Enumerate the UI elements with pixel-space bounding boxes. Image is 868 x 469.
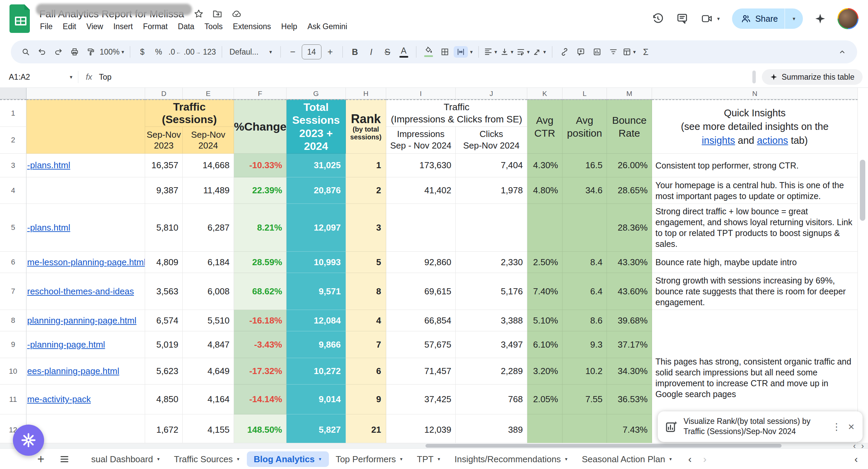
menu-view[interactable]: View (86, 22, 103, 31)
meet-presentation-button[interactable]: ▼ (700, 13, 721, 25)
cell[interactable]: 5,176 (456, 273, 527, 310)
cell[interactable]: 9.3 (563, 331, 607, 358)
cell[interactable]: 5,623 (145, 358, 183, 385)
cell[interactable]: 4,850 (145, 385, 183, 414)
cell[interactable]: 6,287 (183, 204, 234, 252)
horizontal-scrollbar[interactable]: ‹ › (0, 443, 868, 448)
formula-input[interactable]: Top (99, 73, 112, 82)
cell[interactable]: 66,854 (386, 310, 456, 331)
row-header-1[interactable]: 1 (0, 99, 26, 127)
cell[interactable]: 148.50% (234, 414, 287, 443)
cell[interactable]: 1 (346, 154, 386, 177)
page-link[interactable]: me-lesson-planning-page.html (27, 257, 145, 267)
cell[interactable]: 9 (346, 385, 386, 414)
cell[interactable]: 10,993 (287, 252, 346, 273)
tab-caret-icon[interactable]: ▼ (399, 457, 403, 462)
cell[interactable]: 389 (456, 414, 527, 443)
page-link[interactable]: ees-planning-page.html (27, 366, 119, 376)
cell[interactable]: 6,574 (145, 310, 183, 331)
cell-clicks-header[interactable]: Clicks Sep-Nov 2024 (456, 127, 527, 154)
tab-traffic-sources[interactable]: Traffic Sources▼ (167, 451, 247, 467)
name-box[interactable]: A1:A2 ▼ (0, 73, 78, 82)
col-header-c[interactable] (26, 88, 145, 99)
tabs-scroll-left-icon[interactable]: ‹ (688, 453, 692, 465)
toast-menu-icon[interactable]: ⋮ (827, 421, 846, 432)
tab-insights-recommendations[interactable]: Insights/Recommendations▼ (448, 451, 575, 467)
horizontal-scrollbar-thumb[interactable] (426, 444, 782, 448)
cell[interactable]: 7 (346, 331, 386, 358)
cell[interactable]: 2.50% (527, 252, 563, 273)
filter-button[interactable] (606, 44, 621, 60)
cell[interactable]: 39.68% (607, 310, 652, 331)
functions-button[interactable]: Σ (638, 44, 653, 60)
move-folder-icon[interactable] (212, 9, 223, 19)
strikethrough-button[interactable]: S (380, 44, 395, 60)
vertical-scrollbar-thumb[interactable] (860, 160, 865, 221)
cell[interactable]: 43.30% (607, 252, 652, 273)
cell[interactable]: 8.21% (234, 204, 287, 252)
cell[interactable]: 28.59% (234, 252, 287, 273)
tab-caret-icon[interactable]: ▼ (437, 457, 441, 462)
select-all-corner[interactable] (0, 88, 26, 99)
cell[interactable] (456, 204, 527, 252)
row-header-4[interactable]: 4 (0, 177, 26, 204)
cell[interactable]: 1,978 (456, 177, 527, 204)
cell[interactable]: 3,497 (456, 331, 527, 358)
collapse-toolbar-button[interactable] (835, 44, 850, 60)
cell[interactable]: 3,388 (456, 310, 527, 331)
tab-visual-dashboard[interactable]: sual Dashboard▼ (84, 451, 167, 467)
insight-cell[interactable]: Strong growth with sessions increasing b… (652, 273, 858, 310)
column-header-row[interactable]: D E F G H I J K L M N (0, 88, 858, 99)
increase-decimal-button[interactable]: .00→ (184, 44, 201, 60)
decrease-decimal-button[interactable]: .0← (167, 44, 182, 60)
menu-ask-gemini[interactable]: Ask Gemini (308, 22, 348, 31)
data-row-5[interactable]: 5 -plans.html 5,810 6,287 8.21% 12,097 3… (0, 204, 858, 252)
cell-traffic-se-header[interactable]: Traffic (Impressions & Clicks from SE) (386, 99, 527, 127)
cell-avg-position-header[interactable]: Avg position (563, 99, 607, 154)
cell[interactable]: 37.17% (607, 331, 652, 358)
cell[interactable]: 28.36% (607, 204, 652, 252)
cell[interactable]: 4,164 (183, 385, 234, 414)
vertical-align-button[interactable]: ▼ (500, 44, 515, 60)
insert-comment-button[interactable] (573, 44, 588, 60)
menu-extensions[interactable]: Extensions (233, 22, 271, 31)
tab-top-performers[interactable]: Top Performers▼ (329, 451, 410, 467)
cell-sep-nov-2023[interactable]: Sep-Nov 2023 (145, 127, 183, 154)
cell[interactable] (563, 204, 607, 252)
cell-c1-yellow-block[interactable] (26, 99, 145, 154)
data-row-7[interactable]: 7 reschool-themes-and-ideas 3,563 6,008 … (0, 273, 858, 310)
cell[interactable]: 6.4 (563, 273, 607, 310)
search-menus-button[interactable] (18, 44, 33, 60)
table-button[interactable]: ▼ (622, 44, 637, 60)
cell[interactable]: 8 (346, 273, 386, 310)
cell[interactable]: 2.05% (527, 385, 563, 414)
cell[interactable]: 4,649 (183, 358, 234, 385)
cell[interactable]: 173,630 (386, 154, 456, 177)
col-header-j[interactable]: J (456, 88, 527, 99)
cell[interactable]: 7,404 (456, 154, 527, 177)
cell[interactable]: 28.65% (607, 177, 652, 204)
cell[interactable]: 4 (346, 310, 386, 331)
italic-button[interactable]: I (364, 44, 379, 60)
menu-format[interactable]: Format (143, 22, 168, 31)
summarize-table-button[interactable]: Summarize this table (762, 69, 863, 85)
formula-bar-handle[interactable] (752, 71, 756, 83)
cell[interactable]: 34.6 (563, 177, 607, 204)
actions-tab-link[interactable]: actions (757, 135, 788, 146)
tab-caret-icon[interactable]: ▼ (669, 457, 673, 462)
tabs-scroll-right-icon[interactable]: › (703, 453, 707, 465)
data-row-8[interactable]: 8 planning-panning-page.html 6,574 5,510… (0, 310, 858, 331)
insight-cell[interactable]: Your homepage is a central hub. This is … (652, 177, 858, 204)
row-header-8[interactable]: 8 (0, 310, 26, 331)
col-header-d[interactable]: D (145, 88, 183, 99)
fill-color-button[interactable] (421, 44, 436, 60)
insight-cell[interactable]: Consistent top performer, strong CTR. (652, 154, 858, 177)
cell[interactable]: 3 (346, 204, 386, 252)
cell[interactable]: 21 (346, 414, 386, 443)
col-header-e[interactable]: E (183, 88, 234, 99)
cell[interactable]: 57,675 (386, 331, 456, 358)
cell[interactable]: 7.40% (527, 273, 563, 310)
menu-help[interactable]: Help (281, 22, 297, 31)
cell[interactable]: 2 (346, 177, 386, 204)
cell[interactable]: 26.00% (607, 154, 652, 177)
